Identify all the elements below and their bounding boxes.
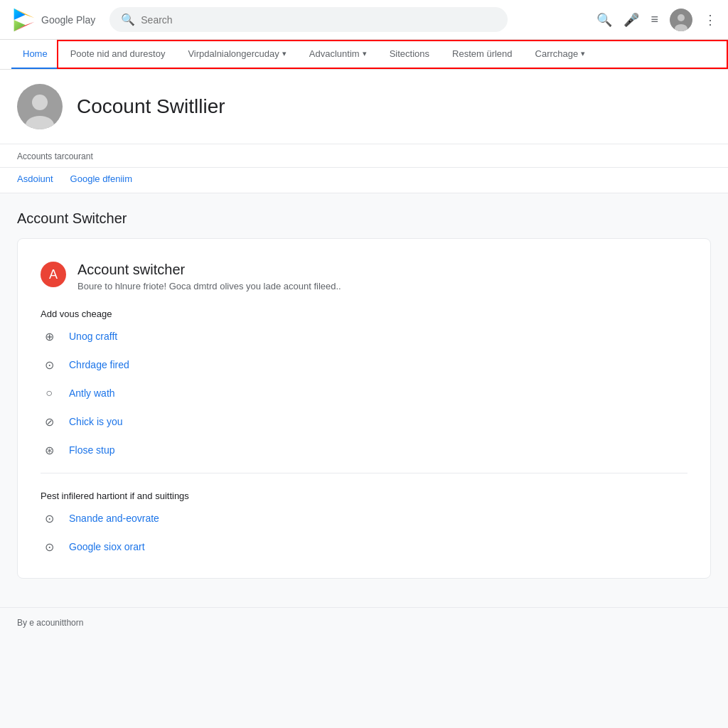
header-icons: 🔍 🎤 ≡ ⋮ [596,9,717,31]
more-options-button[interactable]: ⋮ [704,12,717,28]
chevron-down-icon: ▾ [581,49,585,58]
list-item[interactable]: ⊙ Google siox orart [41,538,687,555]
card-icon: A [41,262,66,287]
profile-section: Cocount Switllier [0,70,728,144]
svg-point-5 [678,14,685,21]
check-icon: ⊙ [41,538,58,555]
search-button[interactable]: 🔍 [596,12,612,28]
nav-item-poote[interactable]: Poote nid and durestoy [59,40,177,69]
nav-item-virp[interactable]: Virpdalnialongercuday ▾ [176,40,297,69]
account-switcher-card: A Account switcher Boure to hlnure friot… [17,238,711,579]
breadcrumb: Accounts tarcourant [0,144,728,168]
svg-marker-1 [14,20,26,31]
link-asdoiunt[interactable]: Asdoiunt [17,173,53,184]
footer: By e acounitthorn [0,607,728,636]
links-row: Asdoiunt Google dfeniim [0,168,728,193]
search-bar-icon: 🔍 [121,13,135,26]
card-title-area: Account switcher Boure to hlnure friote!… [77,262,341,291]
play-logo-icon [11,7,37,33]
nav-item-home[interactable]: Home [11,40,59,69]
list-item[interactable]: ⊕ Unog crafft [41,328,687,345]
divider [41,473,687,473]
card-subtitle: Boure to hlnure friote! Goca dmtrd olive… [77,281,341,291]
main-content: Account Switcher A Account switcher Bour… [0,193,728,607]
nav-bar: Home Poote nid and durestoy Virpdalnialo… [0,40,728,70]
nav-item-restem[interactable]: Restem ürlend [441,40,524,69]
chevron-down-icon: ▾ [282,49,287,58]
avatar[interactable] [670,9,692,31]
add-icon: ⊕ [41,328,58,345]
svg-point-8 [32,95,48,110]
search-input[interactable] [141,14,496,26]
info-icon: ⊙ [41,510,58,527]
settings-items-list: ⊙ Snande and-eovrate ⊙ Google siox orart [41,510,687,555]
add-items-list: ⊕ Unog crafft ⊙ Chrdage fired ○ Antly wa… [41,328,687,459]
settings-icon: ⊛ [41,441,58,459]
nav-item-adva[interactable]: Advacluntim ▾ [298,40,378,69]
search-bar[interactable]: 🔍 [109,7,508,32]
svg-marker-0 [14,8,26,19]
profile-avatar [17,84,63,129]
clock-icon: ⊘ [41,413,58,430]
list-item[interactable]: ⊙ Chrdage fired [41,356,687,373]
logo-area: Google Play [11,7,95,33]
action-label[interactable]: Flose stup [69,444,115,456]
circle-icon: ○ [41,385,58,402]
header: Google Play 🔍 🔍 🎤 ≡ ⋮ [0,0,728,40]
google-play-label: Google Play [41,14,95,26]
action-label[interactable]: Chrdage fired [69,359,129,370]
card-title: Account switcher [77,262,341,278]
action-label[interactable]: Antly wath [69,387,115,399]
mic-button[interactable]: 🎤 [623,12,639,28]
settings-section-title: Pest infilered hartiont if and suittings [41,491,687,501]
add-section-title: Add vous cheage [41,309,687,319]
card-header: A Account switcher Boure to hlnure friot… [41,262,687,291]
nav-item-site[interactable]: Sitections [378,40,441,69]
link-google[interactable]: Google dfeniim [70,173,132,184]
list-item[interactable]: ○ Antly wath [41,385,687,402]
nav-item-carrchage[interactable]: Carrchage ▾ [524,40,597,69]
action-label[interactable]: Google siox orart [69,541,145,552]
list-item[interactable]: ⊛ Flose stup [41,441,687,459]
breadcrumb-text: Accounts tarcourant [17,151,93,161]
profile-name: Cocount Switllier [77,95,225,118]
check-circle-icon: ⊙ [41,356,58,373]
footer-text: By e acounitthorn [17,618,83,628]
menu-button[interactable]: ≡ [651,12,658,27]
action-label[interactable]: Unog crafft [69,331,117,342]
section-title: Account Switcher [17,210,711,227]
list-item[interactable]: ⊙ Snande and-eovrate [41,510,687,527]
action-label[interactable]: Chick is you [69,416,122,427]
chevron-down-icon: ▾ [363,49,367,58]
list-item[interactable]: ⊘ Chick is you [41,413,687,430]
action-label[interactable]: Snande and-eovrate [69,513,159,524]
